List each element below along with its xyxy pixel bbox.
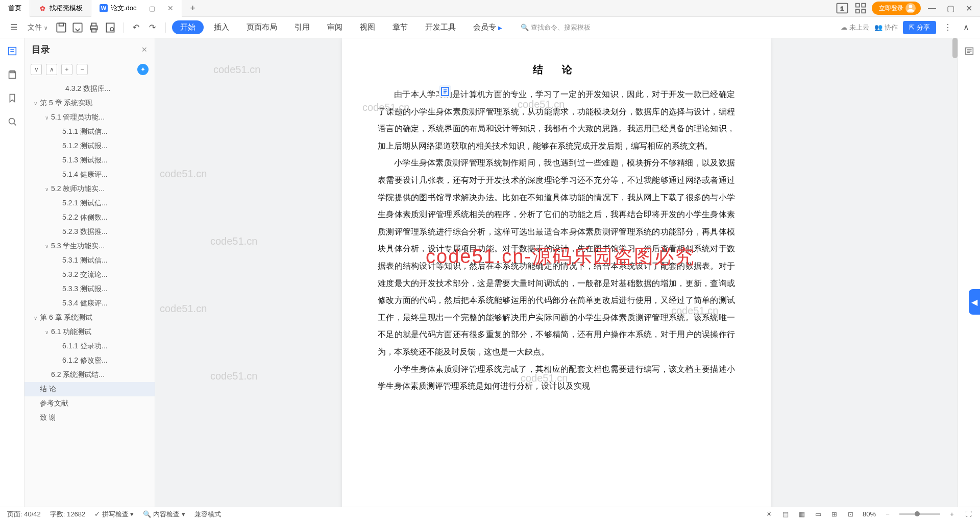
outline-item[interactable]: 5.3.1 测试信... <box>24 253 155 268</box>
outline-close-icon[interactable]: ✕ <box>141 45 148 54</box>
zoom-settings-icon[interactable]: ⊡ <box>846 510 855 519</box>
outline-toolbar: ∨ ∧ + − ✦ <box>24 61 155 79</box>
collapse-ribbon-icon[interactable]: ∧ <box>960 21 973 34</box>
watermark: code51.cn <box>213 64 260 76</box>
outline-item[interactable]: 5.3.2 交流论... <box>24 268 155 282</box>
layout-1-icon[interactable]: 1 <box>835 1 849 15</box>
cloud-status[interactable]: ☁未上云 <box>841 23 869 32</box>
undo-icon[interactable]: ↶ <box>130 21 143 34</box>
login-button[interactable]: 立即登录 <box>872 2 921 15</box>
window-close-icon[interactable]: ✕ <box>962 1 976 15</box>
outline-item[interactable]: ∨6.1 功能测试 <box>24 325 155 339</box>
right-panel-icon[interactable] <box>964 45 975 57</box>
outline-item[interactable]: 结 论 <box>24 382 155 396</box>
outline-item[interactable]: 5.2.1 测试信... <box>24 196 155 210</box>
outline-item[interactable]: ∨第 5 章 系统实现 <box>24 96 155 110</box>
spellcheck-button[interactable]: ✓ 拼写检查 ▾ <box>94 510 134 519</box>
tab-reference[interactable]: 引用 <box>287 20 317 34</box>
word-count[interactable]: 字数: 12682 <box>50 510 85 519</box>
outline-item[interactable]: ∨5.1 管理员功能... <box>24 110 155 125</box>
fullscreen-icon[interactable]: ⛶ <box>964 510 973 519</box>
outline-item[interactable]: 5.1.4 健康评... <box>24 168 155 182</box>
outline-item[interactable]: 5.2.3 数据推... <box>24 225 155 239</box>
tab-close-icon[interactable]: ✕ <box>167 4 174 12</box>
right-sidebar <box>958 38 980 507</box>
outline-item[interactable]: ∨第 6 章 系统测试 <box>24 311 155 325</box>
tab-review[interactable]: 审阅 <box>320 20 350 34</box>
web-mode-icon[interactable]: ▭ <box>814 510 823 519</box>
eye-care-icon[interactable]: ☀ <box>765 510 774 519</box>
tab-document-active[interactable]: W 论文.doc ▢ ✕ <box>91 0 182 17</box>
tab-start[interactable]: 开始 <box>172 20 204 34</box>
tab-insert[interactable]: 插入 <box>207 20 236 34</box>
tab-home[interactable]: 首页 <box>0 0 30 17</box>
compat-mode[interactable]: 兼容模式 <box>194 510 221 519</box>
outline-panel-icon[interactable] <box>7 45 18 57</box>
tab-present-icon[interactable]: ▢ <box>149 5 155 12</box>
tab-templates[interactable]: ✿ 找稻壳模板 <box>30 0 91 17</box>
outline-item[interactable]: 5.1.1 测试信... <box>24 125 155 139</box>
ai-assistant-icon[interactable]: ✦ <box>137 64 149 75</box>
side-flyout-tab[interactable]: ◀ <box>969 289 980 315</box>
outline-item[interactable]: 5.1.3 测试报... <box>24 153 155 168</box>
outline-item[interactable]: 致 谢 <box>24 411 155 425</box>
print-preview-icon[interactable] <box>104 21 117 34</box>
collab-button[interactable]: 👥协作 <box>874 23 898 32</box>
window-maximize-icon[interactable]: ▢ <box>943 1 958 15</box>
app-grid-icon[interactable] <box>853 1 868 15</box>
main-area: 目录 ✕ ∨ ∧ + − ✦ 4.3.2 数据库... ∨第 5 章 系统实现∨… <box>0 38 980 507</box>
zoom-slider[interactable] <box>915 511 920 516</box>
collab-icon: 👥 <box>874 23 883 31</box>
hamburger-icon[interactable]: ☰ <box>7 21 20 34</box>
outline-mode-icon[interactable]: ⊞ <box>830 510 839 519</box>
outline-title: 目录 <box>32 43 50 56</box>
new-tab-button[interactable]: + <box>182 3 204 14</box>
outline-item[interactable]: 参考文献 <box>24 396 155 411</box>
svg-text:1: 1 <box>841 5 844 12</box>
tab-layout[interactable]: 页面布局 <box>239 20 284 34</box>
command-search-input[interactable]: 🔍 查找命令、搜索模板 <box>517 21 595 34</box>
expand-all-icon[interactable]: ∧ <box>46 64 57 75</box>
add-heading-icon[interactable]: + <box>61 64 72 75</box>
window-minimize-icon[interactable]: — <box>925 1 939 15</box>
cloud-icon: ☁ <box>841 23 847 31</box>
zoom-out-icon[interactable]: − <box>883 510 892 519</box>
outline-item[interactable]: 5.1.2 测试报... <box>24 139 155 153</box>
outline-item[interactable]: 6.2 系统测试结... <box>24 368 155 382</box>
share-button[interactable]: ⇱分享 <box>903 21 936 34</box>
page-indicator[interactable]: 页面: 40/42 <box>7 510 41 519</box>
outline-item[interactable]: ∨5.2 教师功能实... <box>24 182 155 196</box>
clipboard-icon[interactable] <box>7 69 18 80</box>
zoom-level[interactable]: 80% <box>863 510 876 518</box>
vertical-scrollbar[interactable] <box>952 38 958 58</box>
file-menu[interactable]: 文件 ∨ <box>23 23 52 32</box>
outline-item[interactable]: 6.1.2 修改密... <box>24 353 155 368</box>
bookmark-icon[interactable] <box>7 92 18 104</box>
tab-member[interactable]: 会员专 ▶ <box>466 20 509 34</box>
page-mode-icon[interactable]: ▦ <box>797 510 806 519</box>
outline-item[interactable]: 5.2.2 体侧数... <box>24 210 155 225</box>
collapse-all-icon[interactable]: ∨ <box>31 64 42 75</box>
document-viewport[interactable]: 结 论 由于本人学习的是计算机方面的专业，学习了一定的开发知识，因此，对于开发一… <box>155 38 958 507</box>
redo-icon[interactable]: ↷ <box>146 21 159 34</box>
more-icon[interactable]: ⋮ <box>941 21 954 34</box>
read-mode-icon[interactable]: ▤ <box>781 510 790 519</box>
tab-devtools[interactable]: 开发工具 <box>418 20 463 34</box>
avatar-icon <box>905 3 916 13</box>
paragraph-tool-icon[interactable] <box>439 85 451 98</box>
zoom-in-icon[interactable]: + <box>947 510 957 519</box>
find-icon[interactable] <box>7 116 18 127</box>
save-icon[interactable] <box>55 21 68 34</box>
content-check-button[interactable]: 🔍 内容检查 ▾ <box>143 510 185 519</box>
outline-item[interactable]: 6.1.1 登录功... <box>24 339 155 353</box>
print-icon[interactable] <box>87 21 101 34</box>
tab-chapter[interactable]: 章节 <box>385 20 415 34</box>
tab-view[interactable]: 视图 <box>353 20 382 34</box>
outline-item[interactable]: 5.3.4 健康评... <box>24 296 155 311</box>
outline-item[interactable]: 4.3.2 数据库... <box>24 82 155 96</box>
outline-item[interactable]: ∨5.3 学生功能实... <box>24 239 155 253</box>
remove-heading-icon[interactable]: − <box>77 64 88 75</box>
watermark: code51.cn <box>160 168 207 180</box>
save-as-icon[interactable] <box>71 21 84 34</box>
outline-item[interactable]: 5.3.3 测试报... <box>24 282 155 296</box>
